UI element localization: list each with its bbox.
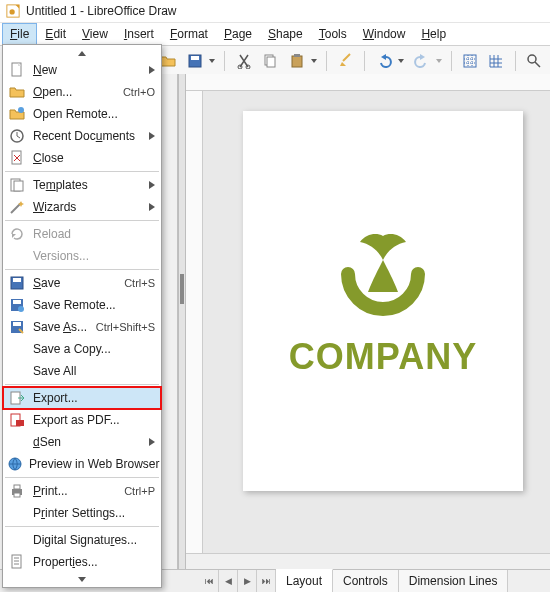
- file-menu-losec[interactable]: Close: [3, 147, 161, 169]
- menu-shape[interactable]: Shape: [260, 23, 311, 45]
- title-bar: Untitled 1 - LibreOffice Draw: [0, 0, 550, 23]
- file-menu-recent-documents[interactable]: Recent Documents: [3, 125, 161, 147]
- recent-icon: [7, 128, 27, 144]
- svg-point-22: [18, 306, 24, 312]
- menu-window[interactable]: Window: [355, 23, 414, 45]
- svg-rect-30: [14, 485, 20, 489]
- save-as-icon: [7, 319, 27, 335]
- splitter[interactable]: [178, 74, 186, 570]
- svg-rect-21: [13, 300, 21, 304]
- tab-layout[interactable]: Layout: [276, 569, 333, 592]
- svg-rect-8: [292, 56, 302, 67]
- file-menu-save-as[interactable]: Save As...Ctrl+Shift+S: [3, 316, 161, 338]
- logo-text: COMPANY: [289, 336, 477, 378]
- properties-icon: [7, 554, 27, 570]
- ruler-horizontal[interactable]: [186, 74, 550, 91]
- print-icon: [7, 483, 27, 499]
- ruler-vertical[interactable]: [186, 91, 203, 553]
- file-menu-rint-p[interactable]: Print...Ctrl+P: [3, 480, 161, 502]
- snap-button[interactable]: [484, 48, 508, 74]
- paintbrush-button[interactable]: [333, 48, 357, 74]
- app-icon: [6, 4, 20, 18]
- grid-button[interactable]: [458, 48, 482, 74]
- tab-dimension-lines[interactable]: Dimension Lines: [399, 570, 509, 592]
- tab-nav-last[interactable]: ⏭: [257, 570, 276, 592]
- cut-button[interactable]: [231, 48, 255, 74]
- canvas-area: COMPANY: [186, 74, 550, 570]
- svg-rect-19: [13, 278, 21, 282]
- file-menu-open-remote[interactable]: Open Remote...: [3, 103, 161, 125]
- file-menu-versions: Versions...: [3, 245, 161, 267]
- reload-icon: [7, 226, 27, 242]
- file-menu-ewn[interactable]: New: [3, 59, 161, 81]
- file-menu-export-as-pdf[interactable]: Export as PDF...: [3, 409, 161, 431]
- tab-nav-next[interactable]: ▶: [238, 570, 257, 592]
- svg-rect-31: [14, 493, 20, 497]
- menu-scroll-up[interactable]: [3, 47, 161, 59]
- save-icon: [7, 275, 27, 291]
- file-menu-printer-settings[interactable]: Printer Settings...: [3, 502, 161, 524]
- open-folder-icon: [7, 84, 27, 100]
- tab-nav-prev[interactable]: ◀: [219, 570, 238, 592]
- window-title: Untitled 1 - LibreOffice Draw: [26, 4, 177, 18]
- submenu-arrow-icon: [149, 438, 155, 446]
- wizards-icon: [7, 199, 27, 215]
- file-menu-properties[interactable]: Properties...: [3, 551, 161, 573]
- scrollbar-horizontal[interactable]: [186, 553, 550, 570]
- menu-insert[interactable]: Insert: [116, 23, 162, 45]
- templates-icon: [7, 177, 27, 193]
- drawing-page[interactable]: COMPANY: [243, 111, 523, 491]
- svg-rect-27: [16, 420, 24, 426]
- svg-rect-9: [294, 54, 300, 57]
- file-menu-preview-in-web-browser[interactable]: Preview in Web Browser: [3, 453, 161, 475]
- close-icon: [7, 150, 27, 166]
- canvas[interactable]: COMPANY: [203, 91, 550, 553]
- logo-mark: [328, 224, 438, 324]
- file-menu-dropdown: NewOpen...Ctrl+OOpen Remote...Recent Doc…: [2, 44, 162, 588]
- file-menu-save-all[interactable]: Save All: [3, 360, 161, 382]
- file-menu-send[interactable]: dSen: [3, 431, 161, 453]
- svg-rect-3: [191, 56, 199, 60]
- file-menu-aves[interactable]: SaveCtrl+S: [3, 272, 161, 294]
- menu-page[interactable]: Page: [216, 23, 260, 45]
- submenu-arrow-icon: [149, 132, 155, 140]
- save-button[interactable]: [182, 48, 218, 74]
- file-menu-save-a-copy[interactable]: Save a Copy...: [3, 338, 161, 360]
- submenu-arrow-icon: [149, 203, 155, 211]
- menu-edit[interactable]: Edit: [37, 23, 74, 45]
- menu-help[interactable]: Help: [413, 23, 454, 45]
- export-pdf-icon: [7, 412, 27, 428]
- svg-rect-7: [267, 57, 275, 67]
- menu-file[interactable]: File: [2, 23, 37, 45]
- paste-button[interactable]: [284, 48, 320, 74]
- undo-button[interactable]: [371, 48, 407, 74]
- menu-format[interactable]: Format: [162, 23, 216, 45]
- svg-point-13: [18, 107, 24, 113]
- submenu-arrow-icon: [149, 181, 155, 189]
- menu-bar: FileEditViewInsertFormatPageShapeToolsWi…: [0, 23, 550, 46]
- menu-view[interactable]: View: [74, 23, 116, 45]
- svg-point-11: [528, 55, 536, 63]
- zoom-button[interactable]: [521, 48, 545, 74]
- save-remote-icon: [7, 297, 27, 313]
- new-doc-icon: [7, 62, 27, 78]
- menu-tools[interactable]: Tools: [311, 23, 355, 45]
- file-menu-save-remote[interactable]: Save Remote...: [3, 294, 161, 316]
- tab-controls[interactable]: Controls: [333, 570, 399, 592]
- svg-rect-17: [14, 181, 23, 191]
- file-menu-digital-signatures[interactable]: Digital Signatures...: [3, 529, 161, 551]
- file-menu-pen-o[interactable]: Open...Ctrl+O: [3, 81, 161, 103]
- open-remote-icon: [7, 106, 27, 122]
- redo-button[interactable]: [409, 48, 445, 74]
- svg-point-1: [10, 9, 15, 14]
- file-menu-izardsw[interactable]: Wizards: [3, 196, 161, 218]
- file-menu-export[interactable]: Export...: [3, 387, 161, 409]
- file-menu-reload: Reload: [3, 223, 161, 245]
- file-menu-templates[interactable]: Templates: [3, 174, 161, 196]
- menu-scroll-down[interactable]: [3, 573, 161, 585]
- svg-rect-10: [464, 55, 476, 67]
- export-icon: [7, 390, 27, 406]
- submenu-arrow-icon: [149, 66, 155, 74]
- tab-nav-first[interactable]: ⏮: [200, 570, 219, 592]
- copy-button[interactable]: [258, 48, 282, 74]
